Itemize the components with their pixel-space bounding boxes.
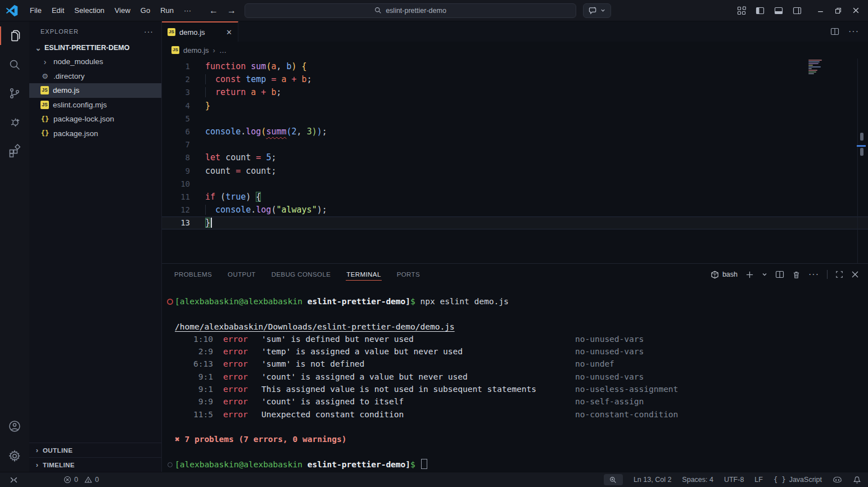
restore-icon[interactable] [835,7,842,14]
copilot-chat-button[interactable] [583,3,611,18]
code-token: + [261,87,271,97]
notifications-bell-icon[interactable] [853,476,861,484]
maximize-panel-icon[interactable] [835,270,843,278]
file-item-node_modules[interactable]: ›node_modules [29,55,161,69]
split-editor-icon[interactable] [830,27,839,36]
run-debug-icon[interactable] [0,107,29,136]
menu-selection[interactable]: Selection [69,3,109,18]
panel-tab-ports[interactable]: PORTS [396,268,421,281]
code-line-1[interactable]: 1function sum(a, b) { [162,60,868,73]
explorer-icon[interactable] [0,21,29,50]
breadcrumb[interactable]: JS demo.js › … [162,42,868,58]
menu-edit[interactable]: Edit [47,3,69,18]
json-file-icon: {} [40,115,49,123]
terminal-dropdown-chevron-icon[interactable] [762,272,767,277]
line-number: 5 [162,112,190,125]
panel-tab-debug-console[interactable]: DEBUG CONSOLE [271,268,332,281]
file-item-.directory[interactable]: ⚙.directory [29,69,161,84]
file-item-eslint.config.mjs[interactable]: JSeslint.config.mjs [29,98,161,112]
settings-gear-icon[interactable] [0,440,29,472]
split-terminal-icon[interactable] [775,270,784,279]
sidebar-section-outline[interactable]: ›OUTLINE [29,443,161,457]
language-mode[interactable]: { } JavaScript [774,476,822,484]
code-line-10[interactable]: 10 [162,178,868,191]
command-center-search[interactable]: eslint-prettier-demo [245,3,576,18]
toggle-secondary-sidebar-icon[interactable] [793,6,802,15]
back-icon[interactable]: ← [209,6,219,16]
file-item-package-lock.json[interactable]: {}package-lock.json [29,112,161,127]
code-line-13[interactable]: 13} [162,217,868,229]
status-bar: 0 0 Ln 13, Col 2 Spaces: 4 UTF-8 LF { } … [0,472,868,487]
cursor-position[interactable]: Ln 13, Col 2 [634,476,671,484]
panel-tab-problems[interactable]: PROBLEMS [174,268,213,281]
customize-layout-icon[interactable] [737,6,746,15]
code-editor[interactable]: 1function sum(a, b) {2 const temp = a + … [162,58,868,263]
menu-[interactable]: ··· [179,3,196,18]
forward-icon[interactable]: → [227,6,237,16]
extensions-icon[interactable] [0,136,29,165]
search-sidebar-icon[interactable] [0,50,29,79]
explorer-more-icon[interactable]: ··· [144,27,153,36]
code-line-6[interactable]: 6console.log(summ(2, 3)); [162,125,868,138]
toggle-panel-icon[interactable] [774,6,783,15]
close-tab-icon[interactable]: ✕ [226,28,232,37]
close-panel-icon[interactable] [851,270,859,278]
minimap[interactable] [808,60,824,75]
code-token [297,61,302,71]
chevron-right-icon: › [40,57,49,66]
code-token: ) [312,127,317,137]
error-columns: 1:10error'sum' is defined but never used… [175,333,644,345]
code-line-4[interactable]: 4} [162,100,868,112]
code-line-5[interactable]: 5 [162,112,868,125]
breadcrumb-file[interactable]: demo.js [183,46,209,55]
terminal-text: /home/alexbabaskin/Downloads/eslint-pret… [175,321,455,333]
code-token: count [225,152,256,163]
code-line-2[interactable]: 2 const temp = a + b; [162,73,868,86]
account-icon[interactable] [0,412,29,440]
file-item-package.json[interactable]: {}package.json [29,127,161,141]
kill-terminal-trash-icon[interactable] [792,270,801,279]
breadcrumb-more[interactable]: … [219,46,227,55]
terminal-body[interactable]: [alexbabaskin@alexbabaskin eslint-pretti… [162,285,868,472]
code-line-9[interactable]: 9count = count; [162,165,868,178]
code-line-3[interactable]: 3 return a + b; [162,86,868,99]
terminal-text: [alexbabaskin@alexbabaskin eslint-pretti… [175,458,427,471]
tab-demo-js[interactable]: JS demo.js ✕ [162,21,238,42]
line-content: } [205,217,212,229]
source-control-icon[interactable] [0,79,29,107]
code-line-8[interactable]: 8let count = 5; [162,151,868,164]
remote-indicator[interactable] [9,475,19,485]
editor-more-icon[interactable]: ··· [848,26,859,37]
toggle-primary-sidebar-icon[interactable] [756,6,765,15]
problems-summary[interactable]: 0 0 [64,476,102,484]
panel-tab-terminal[interactable]: TERMINAL [346,268,381,281]
sidebar-section-timeline[interactable]: ›TIMELINE [29,457,161,472]
menu-go[interactable]: Go [135,3,155,18]
code-token: function [205,61,251,71]
panel-tab-output[interactable]: OUTPUT [227,268,256,281]
error-rule: no-unused-vars [575,371,644,383]
menu-file[interactable]: File [25,3,47,18]
line-content: if (true) { [205,191,261,204]
terminal-more-icon[interactable]: ··· [808,269,819,279]
code-token: ; [307,74,312,84]
file-item-demo.js[interactable]: JSdemo.js [29,83,161,98]
indentation[interactable]: Spaces: 4 [682,476,713,484]
code-line-12[interactable]: 12 console.log("always"); [162,204,868,217]
zoom-indicator[interactable] [604,474,623,485]
editor-tab-bar: JS demo.js ✕ ··· [162,21,868,42]
menu-view[interactable]: View [110,3,135,18]
error-severity: error [213,383,261,395]
minimize-icon[interactable] [817,7,824,14]
error-columns: 6:13error'summ' is not definedno-undef [175,358,614,370]
code-line-11[interactable]: 11if (true) { [162,191,868,204]
terminal-instance[interactable]: bash [711,270,738,279]
eol-sequence[interactable]: LF [754,476,763,484]
new-terminal-icon[interactable] [745,270,754,279]
workspace-root-folder[interactable]: ⌄ ESLINT-PRETTIER-DEMO [29,41,161,55]
menu-run[interactable]: Run [155,3,179,18]
copilot-status-icon[interactable] [833,476,842,484]
encoding[interactable]: UTF-8 [724,476,744,484]
close-window-icon[interactable] [852,7,860,14]
code-line-7[interactable]: 7 [162,138,868,151]
